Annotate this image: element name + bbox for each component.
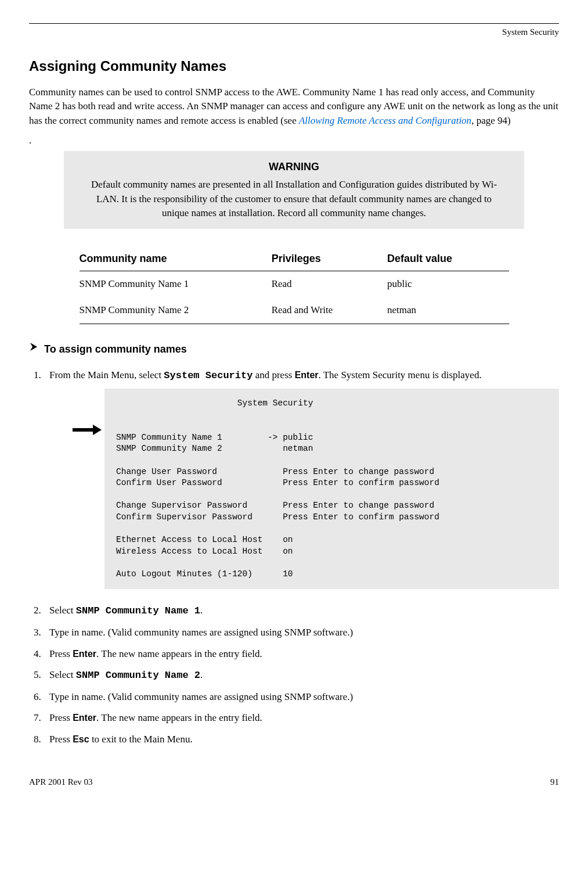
procedure-list: From the Main Menu, select System Securi… <box>29 368 559 747</box>
terminal-output: System Security SNMP Community Name 1 ->… <box>104 389 559 589</box>
menu-label: SNMP Community Name 2 <box>76 670 200 681</box>
table-cell: SNMP Community Name 1 <box>80 271 272 297</box>
list-item: Select SNMP Community Name 2. <box>44 668 559 683</box>
key-label: Esc <box>73 734 89 744</box>
list-item: Press Enter. The new name appears in the… <box>44 711 559 726</box>
warning-body: Default community names are presented in… <box>84 178 504 221</box>
svg-marker-0 <box>30 343 37 351</box>
step-text: and press <box>252 369 294 380</box>
menu-label: System Security <box>164 370 252 381</box>
header-rule <box>29 23 559 24</box>
table-cell: SNMP Community Name 2 <box>80 297 272 324</box>
step-text: . The new name appears in the entry fiel… <box>96 648 262 659</box>
menu-label: SNMP Community Name 1 <box>76 605 200 616</box>
table-header: Community name <box>80 246 272 271</box>
step-text: . The new name appears in the entry fiel… <box>96 712 262 723</box>
step-text: Select <box>49 669 76 680</box>
stray-period: . <box>29 134 559 148</box>
table-cell: public <box>387 271 508 297</box>
svg-marker-2 <box>93 425 102 435</box>
table-row: SNMP Community Name 1 Read public <box>80 271 509 297</box>
step-text: . <box>200 669 203 680</box>
arrow-icon <box>73 425 102 440</box>
header-section: System Security <box>29 26 559 39</box>
community-table: Community name Privileges Default value … <box>80 246 509 324</box>
page-footer: APR 2001 Rev 03 91 <box>29 776 559 789</box>
step-text: Press <box>49 712 73 723</box>
table-cell: Read <box>272 271 387 297</box>
pointer-icon <box>29 342 39 357</box>
table-header-row: Community name Privileges Default value <box>80 246 509 271</box>
list-item: From the Main Menu, select System Securi… <box>44 368 559 590</box>
table-cell: Read and Write <box>272 297 387 324</box>
footer-left: APR 2001 Rev 03 <box>29 776 93 789</box>
svg-rect-1 <box>73 428 93 432</box>
page-title: Assigning Community Names <box>29 56 559 77</box>
table-cell: netman <box>387 297 508 324</box>
key-label: Enter <box>73 649 96 659</box>
step-text: From the Main Menu, select <box>49 369 164 380</box>
list-item: Select SNMP Community Name 1. <box>44 604 559 619</box>
list-item: Press Enter. The new name appears in the… <box>44 647 559 662</box>
key-label: Enter <box>73 713 96 723</box>
intro-after: , page 94) <box>471 115 511 126</box>
procedure-heading: To assign community names <box>44 342 187 357</box>
cross-reference-link[interactable]: Allowing Remote Access and Configuration <box>299 115 471 126</box>
footer-right: 91 <box>550 776 559 789</box>
warning-box: WARNING Default community names are pres… <box>64 151 524 229</box>
list-item: Press Esc to exit to the Main Menu. <box>44 732 559 747</box>
table-header: Default value <box>387 246 508 271</box>
table-header: Privileges <box>272 246 387 271</box>
terminal-container: System Security SNMP Community Name 1 ->… <box>73 389 559 589</box>
table-row: SNMP Community Name 2 Read and Write net… <box>80 297 509 324</box>
step-text: to exit to the Main Menu. <box>89 734 193 745</box>
subheading-row: To assign community names <box>29 342 559 357</box>
list-item: Type in name. (Valid community names are… <box>44 626 559 640</box>
step-text: . <box>200 605 203 616</box>
intro-paragraph: Community names can be used to control S… <box>29 85 559 128</box>
step-text: Select <box>49 605 76 616</box>
step-text: Press <box>49 734 73 745</box>
key-label: Enter <box>295 370 319 380</box>
step-text: Press <box>49 648 73 659</box>
step-text: . The System Security menu is displayed. <box>319 369 482 380</box>
list-item: Type in name. (Valid community names are… <box>44 690 559 705</box>
warning-title: WARNING <box>84 159 504 174</box>
